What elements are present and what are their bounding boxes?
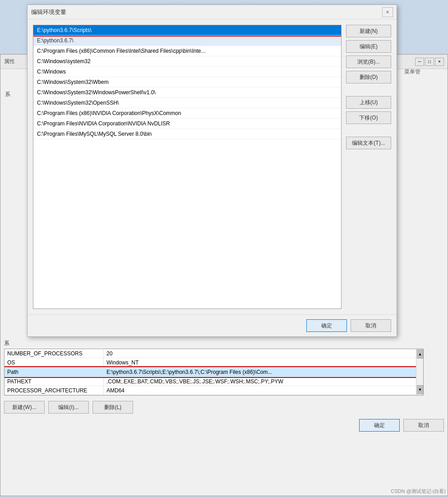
main-confirm-btn[interactable]: 确定 [359,419,400,432]
path-item-2[interactable]: C:\Program Files (x86)\Common Files\Inte… [33,46,341,56]
sys-var-name-1: OS [5,359,104,367]
spacer [346,86,391,93]
dialog-title: 编辑环境变量 [31,8,66,16]
delete-sys-var-btn[interactable]: 删除(L) [92,401,133,414]
sys-var-row-3[interactable]: PATHEXT .COM;.EXE;.BAT;.CMD;.VBS;.VBE;.J… [5,377,423,386]
dialog-body: E:\python3.6.7\Scripts\ E:\python3.6.7\ … [28,19,397,314]
sys-var-row-0[interactable]: NUMBER_OF_PROCESSORS 20 [5,349,423,358]
spacer2 [346,127,391,134]
sys-var-row-path[interactable]: Path E:\python3.6.7\Scripts\;E:\python3.… [5,367,423,377]
edit-env-dialog: 编辑环境变量 × E:\python3.6.7\Scripts\ E:\pyth… [27,5,397,337]
env-label: 系 [5,91,10,98]
scroll-up-btn[interactable]: ▲ [417,350,423,359]
cancel-btn[interactable]: 取消 [351,319,391,332]
path-item-3[interactable]: C:\Windows\system32 [33,56,341,67]
sys-var-row-1[interactable]: OS Windows_NT [5,358,423,367]
move-down-btn[interactable]: 下移(O) [346,111,391,124]
new-sys-var-btn[interactable]: 新建(W)... [4,401,45,414]
sys-var-name-path: Path [5,368,104,376]
path-item-7[interactable]: C:\Windows\System32\OpenSSH\ [33,98,341,108]
side-buttons-panel: 新建(N) 编辑(E) 浏览(B)... 删除(D) 上移(U) 下移(O) 编… [346,25,391,309]
edit-text-btn[interactable]: 编辑文本(T)... [346,137,391,149]
bg-header-label: 属性 [4,58,15,65]
bg-minimize-btn[interactable]: ─ [415,58,424,66]
sys-vars-label: 系 [4,337,444,349]
path-list-empty [33,139,341,266]
dialog-close-btn[interactable]: × [382,7,393,17]
delete-btn[interactable]: 删除(D) [346,71,391,83]
sys-vars-table: NUMBER_OF_PROCESSORS 20 OS Windows_NT Pa… [4,349,424,396]
sys-var-value-4: AMD64 [104,387,423,395]
sys-var-name-3: PATHEXT [5,377,104,386]
edit-sys-var-btn[interactable]: 编辑(I)... [48,401,89,414]
path-item-5[interactable]: C:\Windows\System32\Wbem [33,77,341,87]
sys-var-value-path: E:\python3.6.7\Scripts\;E:\python3.6.7\;… [104,368,423,376]
dialog-footer: 确定 取消 [28,314,397,336]
path-item-9[interactable]: C:\Program Files\NVIDIA Corporation\NVID… [33,119,341,129]
main-cancel-btn[interactable]: 取消 [403,419,444,432]
path-item-4[interactable]: C:\Windows [33,67,341,77]
path-item-0[interactable]: E:\python3.6.7\Scripts\ [33,25,341,36]
sys-var-name-0: NUMBER_OF_PROCESSORS [5,350,104,358]
table-scrollbar[interactable]: ▲ ▼ [416,349,423,395]
bottom-action-buttons: 新建(W)... 编辑(I)... 删除(L) [4,398,444,416]
menu-label: 菜单管 [404,68,420,76]
bg-maximize-btn[interactable]: □ [425,58,434,66]
sys-var-name-4: PROCESSOR_ARCHITECTURE [5,387,104,395]
sys-var-row-4[interactable]: PROCESSOR_ARCHITECTURE AMD64 [5,386,423,395]
new-btn[interactable]: 新建(N) [346,25,391,37]
sys-var-value-0: 20 [104,350,423,358]
browse-btn[interactable]: 浏览(B)... [346,55,391,68]
watermark: CSDN @测试笔记·(自看) [391,488,446,495]
dialog-titlebar: 编辑环境变量 × [28,5,397,19]
confirm-btn[interactable]: 确定 [306,319,347,332]
sys-var-value-1: Windows_NT [104,359,423,367]
edit-btn[interactable]: 编辑(E) [346,40,391,53]
main-footer-btns: 确定 取消 [4,419,444,432]
move-up-btn[interactable]: 上移(U) [346,96,391,109]
sys-vars-section: 系 NUMBER_OF_PROCESSORS 20 OS Windows_NT … [0,333,448,496]
bg-close-btn[interactable]: × [435,58,444,66]
path-item-10[interactable]: C:\Program Files\MySQL\MySQL Server 8.0\… [33,129,341,139]
path-item-1[interactable]: E:\python3.6.7\ [33,36,341,46]
path-item-6[interactable]: C:\Windows\System32\WindowsPowerShell\v1… [33,87,341,98]
scroll-down-btn[interactable]: ▼ [417,385,423,394]
path-list[interactable]: E:\python3.6.7\Scripts\ E:\python3.6.7\ … [33,25,342,309]
path-item-8[interactable]: C:\Program Files (x86)\NVIDIA Corporatio… [33,108,341,119]
sys-var-value-3: .COM;.EXE;.BAT;.CMD;.VBS;.VBE;.JS;.JSE;.… [104,377,423,386]
